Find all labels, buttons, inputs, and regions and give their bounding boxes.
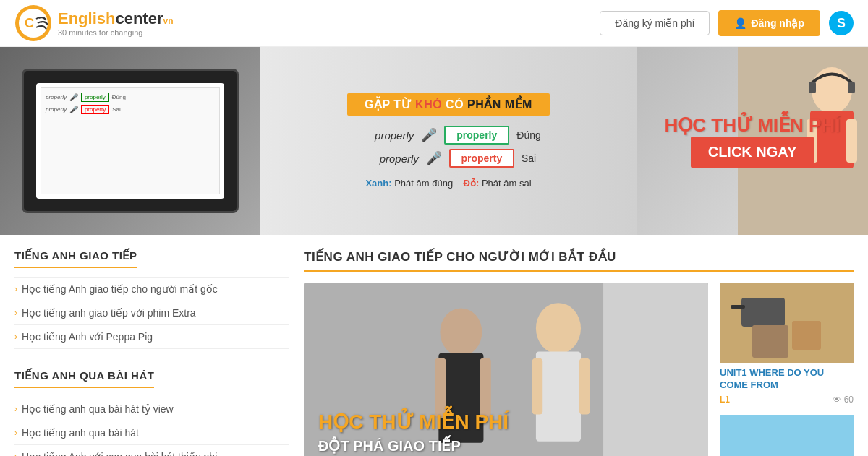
laptop-screen: properly 🎤 properly Đúng properly 🎤 prop… [36,83,224,199]
svg-point-15 [536,303,581,353]
sidebar-section-2-title: TIẾNG ANH QUA BÀI HÁT [14,369,154,388]
list-item[interactable]: › Học tiếng Anh với Peppa Pig [14,325,289,349]
featured-main-image: HỌC THỬ MIỄN PHÍ ĐỘT PHÁ GIAO TIẾP TĂNG … [304,283,708,456]
svg-rect-13 [435,358,446,418]
banner-laptop-image: properly 🎤 properly Đúng properly 🎤 prop… [0,47,260,235]
legend-red-label: Đỏ: [464,178,480,189]
svg-point-11 [440,308,482,356]
banner-legend: Xanh: Phát âm đúng Đỏ: Phát âm sai [365,178,531,189]
svg-rect-23 [741,298,785,327]
svg-text:C: C [25,16,34,30]
link-ty-view[interactable]: › Học tiếng anh qua bài hát tỷ view [14,403,289,415]
svg-rect-7 [846,119,857,163]
list-item[interactable]: › Học tiếng anh qua bài hát [14,421,289,445]
banner-tag: GẶP TỪ KHÓ CÓ PHẦN MỀM [347,93,550,116]
sidebar-links-2: › Học tiếng anh qua bài hát tỷ view › Họ… [14,397,289,456]
sidebar: TIẾNG ANH GIAO TIẾP › Học tiếng Anh giao… [14,249,289,456]
card-title-1: UNIT1 WHERE DO YOU COME FROM [720,367,854,392]
banner-middle: GẶP TỪ KHÓ CÓ PHẦN MỀM properly 🎤 proper… [260,47,637,235]
list-item[interactable]: › Học tiếng anh giao tiếp với phim Extra [14,301,289,325]
logo-text: Englishcentervn 30 minutes for changing [58,9,174,37]
mic-icon-1: 🎤 [421,127,437,143]
header: C Englishcentervn 30 minutes for changin… [0,0,868,47]
legend-blue-text: Phát âm đúng [394,178,453,189]
logo-tagline: 30 minutes for changing [58,28,174,37]
svg-rect-26 [752,325,788,358]
list-item[interactable]: › Học tiếng Anh giao tiếp cho người mất … [14,278,289,301]
laptop-screen-inner: properly 🎤 properly Đúng properly 🎤 prop… [41,87,220,194]
list-item[interactable]: › Học tiếng Anh với con qua bài hát thiế… [14,445,289,456]
sidebar-section-bai-hat: TIẾNG ANH QUA BÀI HÁT › Học tiếng anh qu… [14,369,289,456]
word-box-correct: properly [444,126,509,145]
chevron-icon: › [14,404,17,414]
svg-rect-28 [720,415,854,456]
sidebar-section-1-title: TIẾNG ANH GIAO TIẾP [14,249,137,268]
featured-title: HỌC THỬ MIỄN PHÍ [318,410,694,434]
mic-icon-2: 🎤 [426,150,442,166]
legend-red-text: Phát âm sai [482,178,532,189]
link-mat-goc[interactable]: › Học tiếng Anh giao tiếp cho người mất … [14,283,289,295]
cards-column: UNIT1 WHERE DO YOU COME FROM L1 👁 60 [720,283,854,456]
legend-blue-label: Xanh: [365,178,391,189]
section-title: TIẾNG ANH GIAO TIẾP CHO NGƯỜI MỚI BẮT ĐẦ… [304,249,854,272]
card-image-2 [720,415,854,456]
card-item-2[interactable] [720,415,854,456]
sidebar-section-giao-tiep: TIẾNG ANH GIAO TIẾP › Học tiếng Anh giao… [14,249,289,349]
featured-area: HỌC THỬ MIỄN PHÍ ĐỘT PHÁ GIAO TIẾP TĂNG … [304,283,854,456]
card-tag-1: L1 [720,395,730,405]
click-ngay-button[interactable]: CLICK NGAY [691,137,814,168]
svg-rect-24 [731,305,745,309]
header-actions: Đăng ký miễn phí 👤 Đăng nhập S [600,10,854,36]
link-bai-hat[interactable]: › Học tiếng anh qua bài hát [14,427,289,439]
card-item-1[interactable]: UNIT1 WHERE DO YOU COME FROM L1 👁 60 [720,283,854,405]
word-label-1: properly [356,129,414,142]
card-meta-1: L1 👁 60 [720,395,854,405]
svg-rect-14 [480,358,491,418]
banner: properly 🎤 properly Đúng properly 🎤 prop… [0,47,868,235]
skype-button[interactable]: S [829,11,854,35]
featured-banner-text: HỌC THỬ MIỄN PHÍ ĐỘT PHÁ GIAO TIẾP TĂNG … [318,410,694,456]
link-thieu-nhi[interactable]: › Học tiếng Anh với con qua bài hát thiế… [14,451,289,456]
chevron-icon: › [14,284,17,294]
chevron-icon: › [14,452,17,456]
svg-rect-17 [532,358,542,415]
link-extra[interactable]: › Học tiếng anh giao tiếp với phim Extra [14,307,289,319]
register-button[interactable]: Đăng ký miễn phí [600,11,710,35]
chevron-icon: › [14,428,17,438]
logo-icon: C [14,4,52,42]
link-peppa[interactable]: › Học tiếng Anh với Peppa Pig [14,331,289,343]
featured-main[interactable]: HỌC THỬ MIỄN PHÍ ĐỘT PHÁ GIAO TIẾP TĂNG … [304,283,708,456]
hoc-thu-text: HỌC THỬ MIỄN PHÍ [665,114,841,137]
word-label-2: properly [361,152,419,165]
eye-icon: 👁 [833,395,841,405]
logo-area: C Englishcentervn 30 minutes for changin… [14,4,174,42]
word-row-1: properly 🎤 properly Đúng [356,126,540,145]
card-views-1: 👁 60 [833,395,854,405]
card-image-1 [720,283,854,363]
laptop-mockup: properly 🎤 properly Đúng properly 🎤 prop… [22,69,239,213]
hoc-thu-area: HỌC THỬ MIỄN PHÍ CLICK NGAY [665,114,841,168]
word-row-2: properly 🎤 property Sai [361,149,536,168]
featured-subtitle: ĐỘT PHÁ GIAO TIẾP [318,437,694,455]
sidebar-links-1: › Học tiếng Anh giao tiếp cho người mất … [14,277,289,349]
chevron-icon: › [14,308,17,318]
word-box-wrong: property [449,149,514,168]
login-button[interactable]: 👤 Đăng nhập [718,10,820,36]
list-item[interactable]: › Học tiếng anh qua bài hát tỷ view [14,397,289,421]
main-content: TIẾNG ANH GIAO TIẾP › Học tiếng Anh giao… [0,235,868,456]
banner-left: properly 🎤 properly Đúng properly 🎤 prop… [0,47,260,235]
right-content: TIẾNG ANH GIAO TIẾP CHO NGƯỜI MỚI BẮT ĐẦ… [304,249,854,456]
verdict-2: Sai [522,152,536,164]
chevron-icon: › [14,332,17,342]
svg-rect-9 [848,82,855,93]
verdict-1: Đúng [516,129,540,141]
banner-right: HỌC THỬ MIỄN PHÍ CLICK NGAY [637,47,868,235]
logo-brand: Englishcentervn [58,9,174,28]
user-icon: 👤 [734,17,746,29]
svg-rect-18 [579,358,590,415]
svg-rect-8 [809,82,816,93]
word-rows: properly 🎤 properly Đúng properly 🎤 prop… [356,126,540,168]
svg-rect-22 [792,321,821,350]
